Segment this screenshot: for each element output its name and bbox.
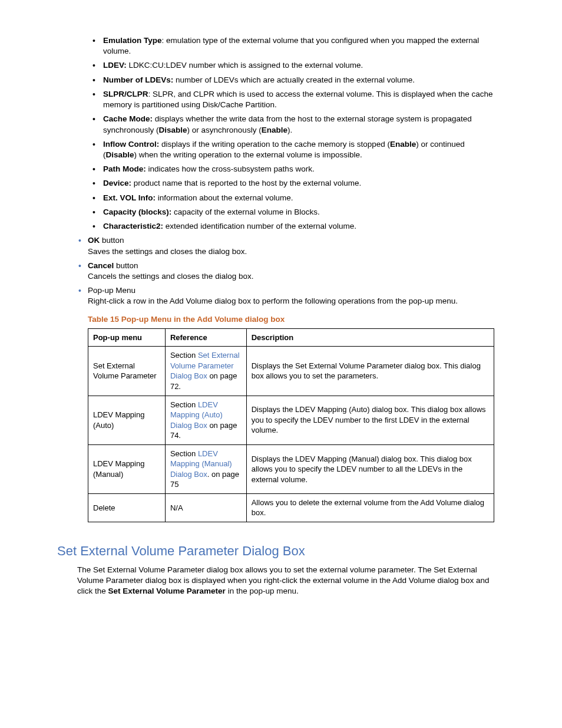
table-header: Pop-up menu [88, 328, 166, 347]
list-item: Capacity (blocks): capacity of the exter… [92, 207, 494, 218]
list-item: Emulation Type: emulation type of the ex… [92, 35, 494, 57]
list-item: OK buttonSaves the settings and closes t… [78, 235, 494, 256]
table-cell: Displays the Set External Volume Paramet… [246, 347, 494, 396]
list-item: Path Mode: indicates how the cross-subsy… [92, 164, 494, 174]
table-cell: N/A [165, 493, 246, 522]
list-item: Device: product name that is reported to… [92, 178, 494, 189]
table-cell: LDEV Mapping (Manual) [88, 444, 166, 493]
list-item: LDEV: LDKC:CU:LDEV number which is assig… [92, 60, 494, 71]
table-header: Description [246, 328, 494, 347]
list-item: Inflow Control: displays if the writing … [92, 139, 494, 160]
list-item: Characteristic2: extended identification… [92, 221, 494, 232]
table-cell: Delete [88, 493, 166, 522]
table-cell: LDEV Mapping (Auto) [88, 396, 166, 444]
table-header-row: Pop-up menu Reference Description [88, 328, 494, 347]
section-paragraph: The Set External Volume Parameter dialog… [77, 565, 494, 597]
list-item: SLPR/CLPR: SLPR, and CLPR which is used … [92, 89, 494, 110]
popup-menu-table: Pop-up menu Reference Description Set Ex… [88, 328, 494, 522]
list-item: Ext. VOL Info: information about the ext… [92, 193, 494, 203]
section-heading: Set External Volume Parameter Dialog Box [57, 542, 494, 560]
table-caption: Table 15 Pop-up Menu in the Add Volume d… [88, 314, 494, 325]
table-row: LDEV Mapping (Auto) Section LDEV Mapping… [88, 396, 494, 444]
table-cell: Displays the LDEV Mapping (Auto) dialog … [246, 396, 494, 444]
table-cell: Section LDEV Mapping (Manual) Dialog Box… [165, 444, 246, 493]
list-item: Cancel buttonCancels the settings and cl… [78, 261, 494, 282]
list-item: Pop-up MenuRight-click a row in the Add … [78, 285, 494, 307]
table-cell: Section Set External Volume Parameter Di… [165, 347, 246, 396]
definition-list-inner: Emulation Type: emulation type of the ex… [68, 35, 494, 232]
table-cell: Allows you to delete the external volume… [246, 493, 494, 522]
table-cell: Section LDEV Mapping (Auto) Dialog Box o… [165, 396, 246, 444]
table-row: Delete N/A Allows you to delete the exte… [88, 493, 494, 522]
table-cell: Set External Volume Parameter [88, 347, 166, 396]
definition-list-outer: OK buttonSaves the settings and closes t… [68, 235, 494, 307]
table-row: Set External Volume Parameter Section Se… [88, 347, 494, 396]
table-header: Reference [165, 328, 246, 347]
table-row: LDEV Mapping (Manual) Section LDEV Mappi… [88, 444, 494, 493]
list-item: Cache Mode: displays whether the write d… [92, 114, 494, 135]
table-cell: Displays the LDEV Mapping (Manual) dialo… [246, 444, 494, 493]
list-item: Number of LDEVs: number of LDEVs which a… [92, 75, 494, 85]
